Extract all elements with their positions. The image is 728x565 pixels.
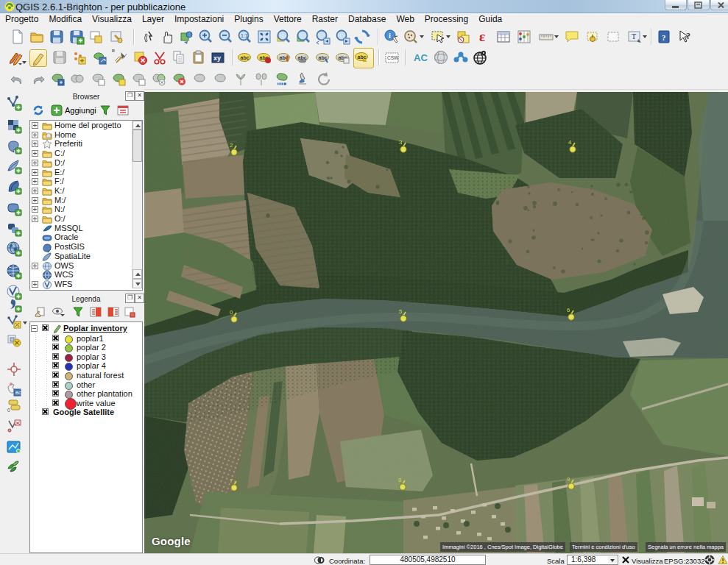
svg-text:?: ? bbox=[662, 33, 666, 42]
svg-text:1:1: 1:1 bbox=[241, 33, 248, 38]
svg-text:abc: abc bbox=[358, 54, 367, 60]
svg-text:T: T bbox=[632, 32, 636, 40]
svg-text:abc: abc bbox=[298, 55, 307, 60]
svg-text:abc: abc bbox=[241, 55, 250, 60]
svg-text:0: 0 bbox=[7, 408, 10, 413]
svg-text:BC: BC bbox=[15, 391, 22, 395]
svg-text:?: ? bbox=[686, 31, 690, 41]
svg-text:AC: AC bbox=[414, 52, 428, 63]
svg-text:ε: ε bbox=[479, 29, 485, 44]
svg-text:xy: xy bbox=[213, 54, 221, 62]
svg-text:CSW: CSW bbox=[387, 55, 399, 60]
svg-text:i: i bbox=[389, 32, 391, 40]
